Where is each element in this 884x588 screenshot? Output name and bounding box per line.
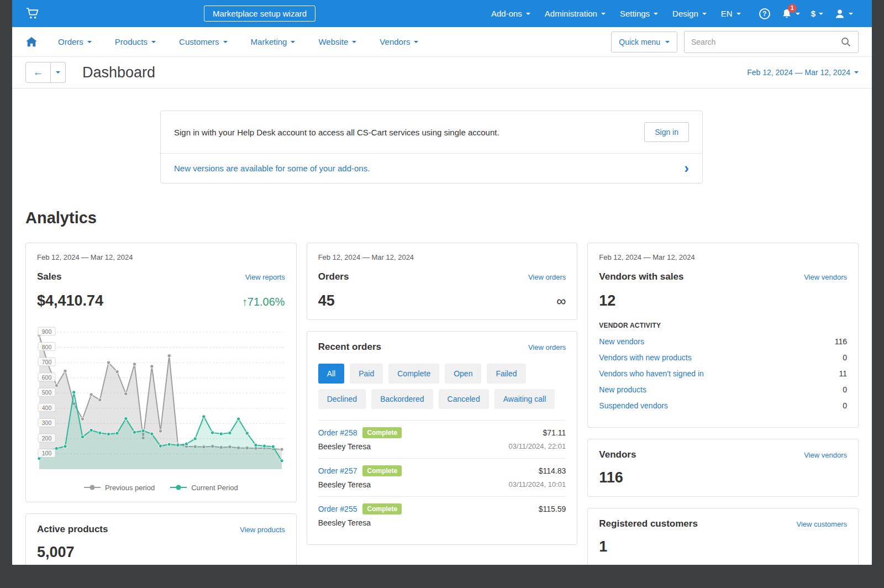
back-button[interactable]: ←: [25, 62, 51, 83]
vendors-with-sales-title: Vendors with sales: [599, 271, 683, 282]
svg-text:700: 700: [42, 359, 52, 365]
topbar-menu: Add-onsAdministrationSettingsDesignEN: [484, 6, 748, 22]
chevron-down-icon: [849, 13, 853, 15]
sales-chart-svg: 100200300400500600700800900: [37, 318, 285, 476]
addon-versions-row[interactable]: New versions are available for some of y…: [161, 153, 702, 183]
order-filter-awaiting-call[interactable]: Awaiting call: [494, 389, 555, 409]
order-link[interactable]: Order #257: [318, 466, 357, 475]
chevron-right-icon: ›: [684, 162, 689, 174]
mainnav-item-website[interactable]: Website: [307, 33, 368, 51]
order-filter-open[interactable]: Open: [445, 364, 481, 384]
vendor-activity-row: New vendors116: [599, 337, 847, 346]
order-customer: Beesley Teresa: [318, 518, 371, 527]
topbar-menu-label: Administration: [545, 9, 597, 18]
orders-title: Orders: [318, 271, 349, 282]
back-history-dropdown[interactable]: [51, 62, 66, 83]
view-customers-link[interactable]: View customers: [796, 520, 847, 528]
storefront-cart-button[interactable]: [25, 7, 39, 20]
topbar-menu-settings[interactable]: Settings: [613, 6, 665, 22]
chevron-down-icon: [291, 41, 295, 43]
vendor-activity-link-vendors-with-new-products[interactable]: Vendors with new products: [599, 353, 691, 362]
mainnav-item-label: Orders: [58, 37, 83, 46]
chevron-down-icon: [702, 13, 707, 15]
mainnav-item-label: Products: [115, 37, 148, 46]
home-icon: [25, 36, 38, 48]
vendors-with-sales-count: 12: [599, 292, 615, 309]
chevron-down-icon: [56, 71, 60, 74]
vendors-card: Vendors View vendors 116: [587, 439, 859, 497]
helpdesk-signin-row: Sign in with your Help Desk account to a…: [161, 111, 702, 153]
order-filter-backordered[interactable]: Backordered: [371, 389, 433, 409]
date-range-selector[interactable]: Feb 12, 2024 — Mar 12, 2024: [747, 68, 859, 77]
mainnav-item-products[interactable]: Products: [103, 33, 167, 51]
mainnav-item-label: Vendors: [380, 37, 410, 46]
topbar-menu-administration[interactable]: Administration: [538, 6, 613, 22]
top-admin-bar: Marketplace setup wizard Add-onsAdminist…: [12, 0, 872, 27]
notifications-panel: Sign in with your Help Desk account to a…: [160, 111, 703, 183]
order-filter-complete[interactable]: Complete: [388, 364, 439, 384]
chevron-down-icon: [414, 41, 418, 43]
order-link[interactable]: Order #258: [318, 428, 357, 437]
addon-versions-link[interactable]: New versions are available for some of y…: [174, 164, 370, 173]
order-link[interactable]: Order #255: [318, 505, 357, 513]
chevron-down-icon: [796, 13, 800, 15]
topbar-menu-label: EN: [721, 9, 733, 18]
topbar-menu-add-ons[interactable]: Add-ons: [484, 6, 538, 22]
view-orders-link[interactable]: View orders: [528, 273, 566, 281]
view-vendors-link[interactable]: View vendors: [804, 451, 847, 459]
search-button[interactable]: [834, 32, 858, 53]
vendor-activity-value: 0: [843, 401, 847, 410]
vendor-activity-link-new-products[interactable]: New products: [599, 385, 646, 394]
mainnav-item-customers[interactable]: Customers: [167, 33, 239, 51]
notifications-button[interactable]: 1: [776, 5, 806, 23]
order-filter-all[interactable]: All: [318, 364, 345, 384]
help-button[interactable]: ?: [754, 5, 776, 23]
topbar-menu-design[interactable]: Design: [665, 6, 714, 22]
vendors-title: Vendors: [599, 449, 636, 460]
topbar-menu-en[interactable]: EN: [714, 6, 748, 22]
vendor-activity-link-vendors-who-haven-t-signed-in[interactable]: Vendors who haven't signed in: [599, 369, 703, 378]
quick-menu-button[interactable]: Quick menu: [611, 32, 677, 53]
active-products-count: 5,007: [37, 544, 285, 561]
mainnav-item-vendors[interactable]: Vendors: [368, 33, 430, 51]
legend-label: Previous period: [105, 484, 155, 492]
marketplace-setup-wizard-button[interactable]: Marketplace setup wizard: [204, 6, 315, 22]
view-reports-link[interactable]: View reports: [245, 273, 285, 281]
mainnav-item-marketing[interactable]: Marketing: [239, 33, 307, 51]
vendor-activity-link-new-vendors[interactable]: New vendors: [599, 337, 644, 346]
order-filter-failed[interactable]: Failed: [487, 364, 525, 384]
chevron-down-icon: [526, 13, 530, 15]
search-input[interactable]: [685, 38, 834, 46]
view-vendors-link[interactable]: View vendors: [804, 273, 847, 281]
vendor-activity-heading: VENDOR ACTIVITY: [599, 322, 847, 329]
view-orders-link[interactable]: View orders: [528, 343, 566, 351]
order-filter-canceled[interactable]: Canceled: [439, 389, 489, 409]
order-filter-declined[interactable]: Declined: [318, 389, 366, 409]
vendor-activity-row: New products0: [599, 385, 847, 394]
sales-card: Feb 12, 2024 — Mar 12, 2024 Sales View r…: [25, 243, 297, 502]
legend-label: Current Period: [191, 484, 238, 492]
helpdesk-signin-text: Sign in with your Help Desk account to a…: [174, 128, 499, 137]
order-line1: Order #257Complete$114.83: [318, 465, 566, 476]
home-button[interactable]: [25, 36, 38, 48]
order-filter-paid[interactable]: Paid: [350, 364, 383, 384]
mainnav-item-orders[interactable]: Orders: [46, 33, 103, 51]
active-products-card: Active products View products 5,007: [25, 513, 297, 565]
account-menu[interactable]: [829, 5, 859, 23]
active-products-title: Active products: [37, 524, 108, 535]
chevron-down-icon: [151, 41, 156, 43]
analytics-column-3: Feb 12, 2024 — Mar 12, 2024 Vendors with…: [587, 243, 859, 565]
admin-page: Marketplace setup wizard Add-onsAdminist…: [12, 0, 872, 565]
page-header: ← Dashboard Feb 12, 2024 — Mar 12, 2024: [12, 57, 872, 88]
vendor-activity-row: Vendors who haven't signed in11: [599, 369, 847, 378]
chevron-down-icon: [665, 41, 670, 43]
view-products-link[interactable]: View products: [240, 526, 285, 534]
status-badge: Complete: [362, 465, 402, 476]
vendor-activity-row: Suspended vendors0: [599, 401, 847, 410]
currency-selector[interactable]: $: [806, 6, 829, 22]
order-date: 03/11/2024, 10:01: [508, 480, 566, 489]
bell-icon-wrap: 1: [781, 8, 792, 19]
sign-in-button[interactable]: Sign in: [644, 122, 689, 142]
vendor-activity-link-suspended-vendors[interactable]: Suspended vendors: [599, 401, 668, 410]
sales-chart: 100200300400500600700800900: [37, 318, 285, 478]
